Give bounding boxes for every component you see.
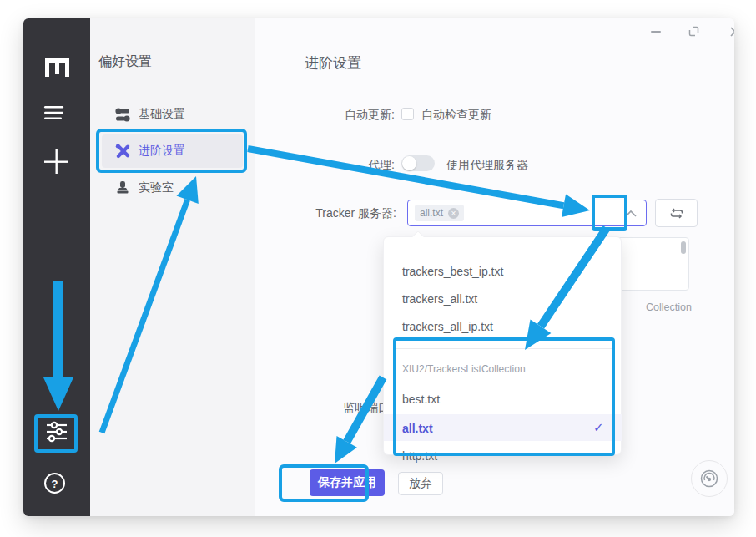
sidebar-item-lab[interactable]: 实验室 bbox=[102, 171, 243, 205]
sidebar-item-label: 基础设置 bbox=[139, 107, 185, 122]
annotation-box-preferences-icon bbox=[34, 414, 78, 453]
dropdown-option[interactable]: trackers_best_ip.txt bbox=[384, 265, 622, 276]
auto-check-update-checkbox[interactable] bbox=[401, 108, 414, 120]
annotation-box-advanced-item bbox=[96, 129, 247, 173]
preferences-title: 偏好设置 bbox=[98, 53, 152, 71]
sidebar-item-label: 实验室 bbox=[139, 180, 174, 195]
add-task-icon[interactable] bbox=[43, 148, 70, 175]
proxy-label: 代理: bbox=[305, 159, 395, 170]
tracker-server-label: Tracker 服务器: bbox=[305, 207, 396, 219]
discard-button[interactable]: 放弃 bbox=[398, 472, 443, 495]
helper-text-tail: Collection bbox=[646, 301, 692, 313]
annotation-box-chevron bbox=[592, 195, 627, 231]
sync-icon bbox=[669, 207, 684, 220]
gauge-icon bbox=[699, 469, 719, 489]
sidebar-item-basic-settings[interactable]: 基础设置 bbox=[102, 98, 243, 131]
task-list-icon[interactable] bbox=[43, 105, 65, 120]
toggle-knob bbox=[402, 156, 416, 170]
preferences-panel: 偏好设置 基础设置 进阶设置 bbox=[90, 18, 255, 516]
use-proxy-label: 使用代理服务器 bbox=[446, 159, 528, 170]
annotation-box-save-button bbox=[279, 464, 369, 502]
page-title: 进阶设置 bbox=[305, 53, 361, 73]
selected-tracker-tag: all.txt × bbox=[415, 205, 464, 221]
auto-check-update-label: 自动检查更新 bbox=[421, 109, 491, 120]
motrix-logo bbox=[43, 55, 71, 80]
tag-label: all.txt bbox=[420, 207, 443, 219]
toggles-icon bbox=[115, 108, 130, 122]
help-icon[interactable]: ? bbox=[43, 472, 66, 494]
help-glyph: ? bbox=[52, 478, 58, 490]
maximize-button[interactable] bbox=[688, 26, 699, 37]
minimize-button[interactable] bbox=[650, 29, 662, 34]
sync-trackers-button[interactable] bbox=[655, 199, 698, 227]
annotation-box-xiu2-group bbox=[393, 337, 615, 456]
title-divider bbox=[305, 84, 728, 84]
auto-update-label: 自动更新: bbox=[305, 109, 395, 120]
dropdown-option[interactable]: trackers_all_ip.txt bbox=[384, 320, 622, 332]
textarea-scrollbar-thumb[interactable] bbox=[681, 241, 686, 254]
proxy-toggle[interactable] bbox=[401, 155, 435, 171]
stamp-icon bbox=[115, 181, 130, 195]
dropdown-option[interactable]: trackers_all.txt bbox=[384, 292, 622, 304]
tag-close-icon[interactable]: × bbox=[448, 208, 459, 219]
app-window: ? 偏好设置 基础设置 bbox=[23, 18, 734, 516]
speed-limit-button[interactable] bbox=[691, 460, 728, 497]
close-icon[interactable] bbox=[729, 26, 734, 38]
